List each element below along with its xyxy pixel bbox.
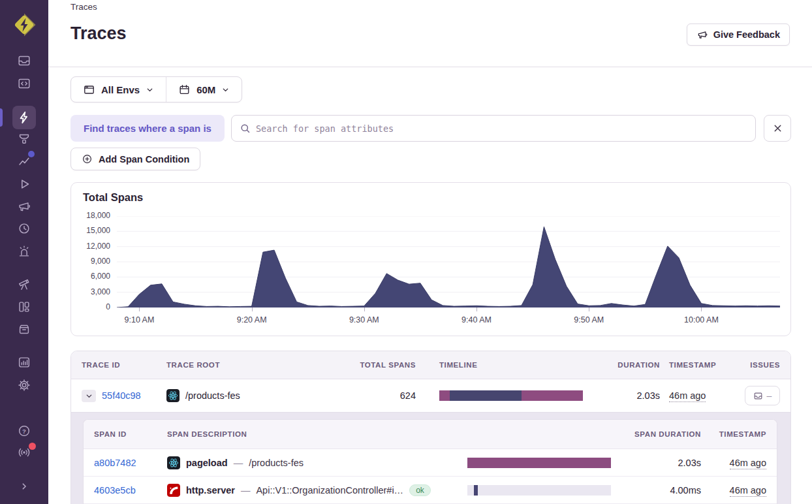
dashboards-icon bbox=[17, 300, 31, 314]
span-status-badge: ok bbox=[409, 484, 431, 496]
clear-search-button[interactable] bbox=[764, 115, 791, 142]
breadcrumb[interactable]: Traces bbox=[70, 2, 97, 12]
stats-icon bbox=[17, 355, 31, 370]
explore-lightning-icon bbox=[17, 110, 31, 125]
trace-row[interactable]: 55f40c98 /products-fes 624 bbox=[71, 379, 790, 412]
sidebar-item-dashboards[interactable] bbox=[12, 295, 36, 319]
span-table-wrapper: SPAN ID SPAN DESCRIPTION SPAN DURATION T… bbox=[71, 412, 790, 504]
sidebar-item-help[interactable]: ? bbox=[12, 419, 36, 443]
x-tick-mark bbox=[701, 307, 702, 311]
y-tick-label: 0 bbox=[106, 302, 110, 311]
x-tick-mark bbox=[139, 307, 140, 311]
y-tick-label: 6,000 bbox=[91, 272, 110, 281]
search-input[interactable] bbox=[256, 123, 747, 134]
feedback-megaphone-icon bbox=[17, 199, 31, 213]
react-icon bbox=[166, 389, 180, 402]
environment-filter-dropdown[interactable]: All Envs bbox=[71, 77, 166, 102]
react-icon bbox=[167, 456, 180, 469]
sidebar: ? bbox=[0, 0, 48, 504]
environment-filter-value: All Envs bbox=[101, 84, 140, 95]
y-tick-label: 18,000 bbox=[86, 211, 110, 220]
col-span-id: SPAN ID bbox=[94, 430, 167, 438]
discover-telescope-icon bbox=[17, 277, 31, 291]
profiling-icon bbox=[17, 132, 31, 146]
chart-title: Total Spans bbox=[83, 191, 143, 204]
svg-text:?: ? bbox=[22, 428, 26, 435]
page-header: Traces Traces Give Feedback bbox=[48, 0, 812, 67]
sidebar-item-issues[interactable] bbox=[12, 49, 36, 72]
projects-icon bbox=[17, 76, 31, 91]
issues-inbox-icon bbox=[753, 391, 763, 401]
span-timestamp: 46m ago bbox=[730, 458, 766, 469]
span-duration-bar bbox=[467, 458, 611, 468]
give-feedback-button[interactable]: Give Feedback bbox=[687, 24, 790, 46]
col-duration: DURATION bbox=[605, 361, 660, 369]
collapse-trace-button[interactable] bbox=[82, 390, 96, 402]
calendar-icon bbox=[178, 84, 191, 96]
close-icon bbox=[772, 123, 783, 134]
timeline-segment bbox=[522, 390, 583, 401]
span-row[interactable]: 4603e5cb http.server — Api::V1::Organiza… bbox=[84, 477, 777, 504]
col-trace-root: TRACE ROOT bbox=[166, 361, 340, 369]
y-tick-label: 9,000 bbox=[91, 257, 110, 266]
plus-circle-icon bbox=[82, 153, 93, 165]
span-op: http.server bbox=[186, 485, 235, 496]
span-row[interactable]: a80b7482 pageload bbox=[84, 449, 777, 477]
total-spans-value: 624 bbox=[340, 390, 416, 401]
col-span-duration: SPAN DURATION bbox=[623, 430, 701, 438]
sidebar-item-stats[interactable] bbox=[12, 351, 36, 374]
time-range-dropdown[interactable]: 60M bbox=[166, 77, 242, 102]
add-span-condition-label: Add Span Condition bbox=[99, 154, 189, 165]
separator-dash: — bbox=[241, 485, 251, 496]
span-table: SPAN ID SPAN DESCRIPTION SPAN DURATION T… bbox=[83, 419, 777, 504]
x-tick-mark bbox=[364, 307, 365, 311]
sidebar-item-releases[interactable] bbox=[12, 217, 36, 240]
span-id-link[interactable]: a80b7482 bbox=[94, 458, 136, 468]
col-span-description: SPAN DESCRIPTION bbox=[167, 430, 467, 438]
span-id-link[interactable]: 4603e5cb bbox=[94, 485, 136, 496]
col-timestamp: TIMESTAMP bbox=[660, 361, 738, 369]
span-attribute-search[interactable] bbox=[231, 115, 756, 142]
sidebar-item-explore-traces[interactable] bbox=[12, 106, 36, 129]
span-duration: 2.03s bbox=[623, 458, 701, 468]
sidebar-item-profiling[interactable] bbox=[12, 127, 36, 151]
timeline-segment bbox=[439, 390, 450, 401]
sidebar-item-projects[interactable] bbox=[12, 72, 36, 95]
x-tick-label: 9:20 AM bbox=[237, 315, 267, 324]
x-tick-label: 9:10 AM bbox=[125, 315, 155, 324]
col-trace-id: TRACE ID bbox=[82, 361, 166, 369]
find-traces-label: Find traces where a span is bbox=[70, 115, 225, 142]
span-op: pageload bbox=[186, 458, 228, 468]
traces-table: TRACE ID TRACE ROOT TOTAL SPANS TIMELINE… bbox=[70, 351, 791, 504]
sidebar-item-crons[interactable] bbox=[12, 317, 36, 341]
trace-issues-button[interactable]: – bbox=[745, 386, 780, 405]
app-logo-icon[interactable] bbox=[11, 12, 37, 38]
trace-id-link[interactable]: 55f40c98 bbox=[102, 390, 141, 401]
active-nav-indicator bbox=[0, 108, 3, 127]
col-span-timestamp: TIMESTAMP bbox=[701, 430, 766, 438]
main-area: Traces Traces Give Feedback All Envs bbox=[48, 0, 812, 67]
sidebar-item-feedback[interactable] bbox=[12, 195, 36, 218]
chart-plot-area[interactable] bbox=[117, 216, 780, 307]
trace-timeline-bar bbox=[439, 390, 583, 401]
sidebar-item-settings[interactable] bbox=[12, 373, 36, 397]
col-issues: ISSUES bbox=[738, 361, 780, 369]
separator-dash: — bbox=[234, 458, 243, 468]
y-tick-label: 12,000 bbox=[86, 242, 110, 251]
chart-y-axis-labels: 03,0006,0009,00012,00015,00018,000 bbox=[71, 216, 110, 307]
add-span-condition-button[interactable]: Add Span Condition bbox=[70, 148, 200, 170]
sidebar-item-alerts[interactable] bbox=[12, 240, 36, 263]
give-feedback-label: Give Feedback bbox=[713, 29, 780, 40]
sidebar-collapse-button[interactable] bbox=[12, 475, 36, 498]
crons-archive-icon bbox=[17, 322, 31, 336]
x-tick-label: 10:00 AM bbox=[684, 315, 719, 324]
trace-duration: 2.03s bbox=[605, 390, 660, 401]
sidebar-item-replays[interactable] bbox=[12, 172, 36, 196]
x-tick-label: 9:50 AM bbox=[574, 315, 604, 324]
x-tick-label: 9:30 AM bbox=[349, 315, 379, 324]
span-duration: 4.00ms bbox=[623, 485, 701, 496]
sidebar-item-discover[interactable] bbox=[12, 272, 36, 296]
chevron-down-icon bbox=[85, 392, 93, 400]
replays-play-icon bbox=[17, 177, 31, 191]
search-icon bbox=[240, 123, 251, 134]
